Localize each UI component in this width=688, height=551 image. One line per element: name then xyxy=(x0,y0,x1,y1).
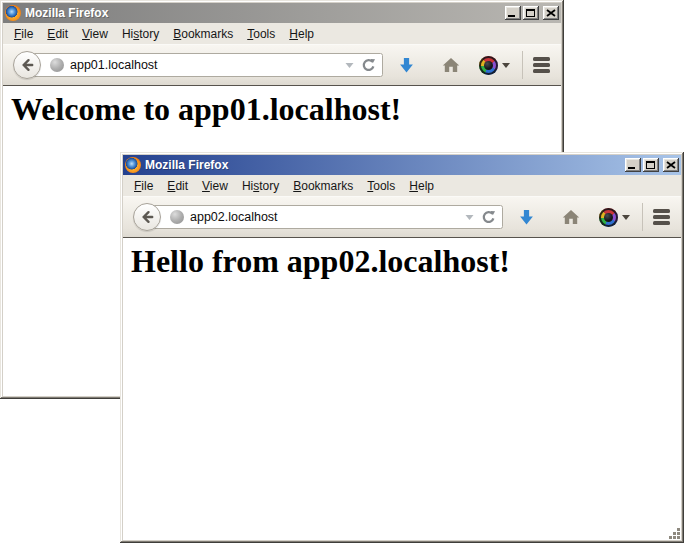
menu-item-history[interactable]: History xyxy=(115,25,166,43)
titlebar[interactable]: Mozilla Firefox xyxy=(123,155,681,175)
maximize-button[interactable] xyxy=(643,158,659,172)
addon-button[interactable] xyxy=(599,208,630,227)
url-bar[interactable]: app01.localhost xyxy=(27,53,383,77)
addon-caret-icon xyxy=(622,215,630,220)
menu-bar: File Edit View History Bookmarks Tools H… xyxy=(3,23,561,44)
page-heading: Welcome to app01.localhost! xyxy=(3,86,561,128)
minimize-button[interactable] xyxy=(625,158,641,172)
menu-item-edit[interactable]: Edit xyxy=(160,177,195,195)
close-icon xyxy=(666,161,676,169)
reload-icon[interactable] xyxy=(361,58,376,73)
browser-window-app02[interactable]: Mozilla Firefox File Edit View History B… xyxy=(120,152,684,543)
menu-item-history[interactable]: History xyxy=(235,177,286,195)
navigation-toolbar: app02.localhost xyxy=(123,196,681,238)
menu-item-bookmarks[interactable]: Bookmarks xyxy=(286,177,360,195)
url-text: app02.localhost xyxy=(190,210,458,224)
minimize-icon xyxy=(628,167,635,169)
minimize-icon xyxy=(508,15,515,17)
window-title: Mozilla Firefox xyxy=(145,158,619,172)
back-button[interactable] xyxy=(13,51,41,79)
addon-button[interactable] xyxy=(479,56,510,75)
firefox-logo-icon xyxy=(5,5,21,21)
menu-item-file[interactable]: File xyxy=(7,25,40,43)
page-content: Hello from app02.localhost! xyxy=(123,238,681,540)
back-arrow-icon xyxy=(19,57,35,73)
menu-item-tools[interactable]: Tools xyxy=(360,177,402,195)
downloads-icon[interactable] xyxy=(519,209,534,226)
globe-site-icon xyxy=(50,58,64,72)
color-lens-addon-icon xyxy=(599,208,618,227)
window-title: Mozilla Firefox xyxy=(25,6,499,20)
menu-item-help[interactable]: Help xyxy=(402,177,441,195)
navigation-toolbar: app01.localhost xyxy=(3,44,561,86)
maximize-icon xyxy=(646,161,655,169)
menu-item-file[interactable]: File xyxy=(127,177,160,195)
menu-bar: File Edit View History Bookmarks Tools H… xyxy=(123,175,681,196)
menu-item-bookmarks[interactable]: Bookmarks xyxy=(166,25,240,43)
firefox-logo-icon xyxy=(125,157,141,173)
menu-item-tools[interactable]: Tools xyxy=(240,25,282,43)
hamburger-menu-icon[interactable] xyxy=(653,209,670,225)
back-button[interactable] xyxy=(133,203,161,231)
back-arrow-icon xyxy=(139,209,155,225)
close-icon xyxy=(546,9,556,17)
reload-icon[interactable] xyxy=(481,210,496,225)
hamburger-menu-icon[interactable] xyxy=(533,57,550,73)
urlbar-dropdown-icon[interactable] xyxy=(344,60,355,70)
url-bar[interactable]: app02.localhost xyxy=(147,205,503,229)
menu-item-edit[interactable]: Edit xyxy=(40,25,75,43)
minimize-button[interactable] xyxy=(505,6,521,20)
color-lens-addon-icon xyxy=(479,56,498,75)
window-controls xyxy=(503,6,559,20)
downloads-icon[interactable] xyxy=(399,57,414,74)
menu-item-help[interactable]: Help xyxy=(282,25,321,43)
home-icon[interactable] xyxy=(442,57,460,73)
window-controls xyxy=(623,158,679,172)
maximize-button[interactable] xyxy=(523,6,539,20)
globe-site-icon xyxy=(170,210,184,224)
resize-grip[interactable] xyxy=(668,527,681,540)
close-button[interactable] xyxy=(663,158,679,172)
url-text: app01.localhost xyxy=(70,58,338,72)
toolbar-separator xyxy=(642,203,643,231)
close-button[interactable] xyxy=(543,6,559,20)
home-icon[interactable] xyxy=(562,209,580,225)
toolbar-separator xyxy=(522,51,523,79)
urlbar-dropdown-icon[interactable] xyxy=(464,212,475,222)
maximize-icon xyxy=(526,9,535,17)
menu-item-view[interactable]: View xyxy=(195,177,235,195)
page-heading: Hello from app02.localhost! xyxy=(123,238,681,280)
menu-item-view[interactable]: View xyxy=(75,25,115,43)
addon-caret-icon xyxy=(502,63,510,68)
titlebar[interactable]: Mozilla Firefox xyxy=(3,3,561,23)
